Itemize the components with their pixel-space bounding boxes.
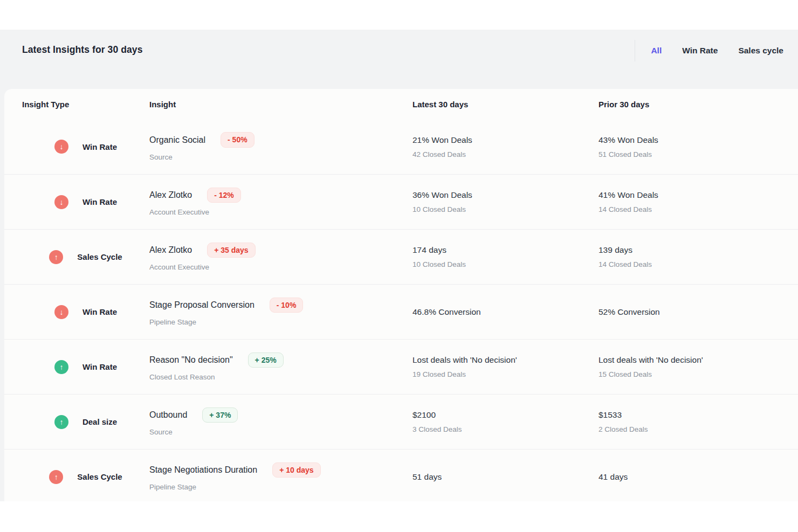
table-header-row: Insight Type Insight Latest 30 days Prio… [4, 89, 798, 119]
arrow-down-icon: ↓ [54, 140, 68, 154]
tab-sales-cycle[interactable]: Sales cycle [738, 46, 783, 56]
arrow-down-icon: ↓ [54, 195, 68, 209]
insight-title: Organic Social [149, 135, 205, 145]
latest-value: 51 days [412, 472, 598, 482]
table-body: ↓ Win Rate Organic Social - 50% Source 2… [4, 119, 798, 501]
insight-title: Reason "No decision" [149, 355, 233, 365]
insight-type-label: Win Rate [82, 362, 117, 371]
prior-subtext: 15 Closed Deals [598, 370, 798, 378]
prior-value: 41 days [598, 472, 798, 482]
table-row[interactable]: ↑ Deal size Outbound + 37% Source $2100 … [4, 394, 798, 449]
arrow-up-icon: ↑ [49, 470, 63, 484]
arrow-down-icon: ↓ [54, 305, 68, 319]
prior-value: 41% Won Deals [598, 190, 798, 200]
prior-value: 43% Won Deals [598, 135, 798, 145]
insight-type-label: Win Rate [82, 307, 117, 316]
tab-win-rate[interactable]: Win Rate [682, 46, 718, 56]
latest-subtext: 42 Closed Deals [412, 150, 598, 158]
tab-all[interactable]: All [651, 46, 662, 56]
prior-subtext: 51 Closed Deals [598, 150, 798, 158]
latest-value: 21% Won Deals [412, 135, 598, 145]
arrow-up-icon: ↑ [54, 415, 68, 429]
column-header-latest-30-days: Latest 30 days [412, 100, 598, 109]
latest-subtext: 19 Closed Deals [412, 370, 598, 378]
table-row[interactable]: ↓ Win Rate Stage Proposal Conversion - 1… [4, 284, 798, 339]
latest-value: 36% Won Deals [412, 190, 598, 200]
table-row[interactable]: ↑ Sales Cycle Alex Zlotko + 35 days Acco… [4, 229, 798, 284]
insight-subtitle: Pipeline Stage [149, 483, 412, 491]
change-badge: + 37% [202, 407, 238, 423]
filter-tabs: All Win Rate Sales cycle [635, 40, 783, 61]
insight-title: Alex Zlotko [149, 190, 192, 200]
change-badge: - 10% [270, 298, 304, 313]
prior-value: 139 days [598, 245, 798, 255]
arrow-up-icon: ↑ [49, 250, 63, 264]
change-badge: + 10 days [272, 462, 320, 478]
prior-value: Lost deals with 'No decision' [598, 355, 798, 365]
latest-value: Lost deals with 'No decision' [412, 355, 598, 365]
prior-subtext: 14 Closed Deals [598, 205, 798, 213]
insight-type-label: Win Rate [82, 197, 117, 206]
latest-subtext: 10 Closed Deals [412, 205, 598, 213]
prior-value: $1533 [598, 410, 798, 420]
prior-value: 52% Conversion [598, 307, 798, 317]
column-header-insight-type: Insight Type [22, 100, 149, 109]
table-row[interactable]: ↑ Win Rate Reason "No decision" + 25% Cl… [4, 339, 798, 394]
prior-subtext: 2 Closed Deals [598, 425, 798, 433]
insight-title: Stage Negotiations Duration [149, 465, 257, 475]
change-badge: - 50% [221, 132, 254, 147]
insight-subtitle: Pipeline Stage [149, 318, 412, 326]
table-row[interactable]: ↓ Win Rate Alex Zlotko - 12% Account Exe… [4, 174, 798, 229]
change-badge: - 12% [207, 188, 241, 203]
latest-value: 174 days [412, 245, 598, 255]
insight-subtitle: Account Executive [149, 263, 412, 271]
insight-type-label: Deal size [82, 417, 117, 426]
insight-type-label: Win Rate [82, 142, 117, 151]
latest-value: $2100 [412, 410, 598, 420]
insight-title: Stage Proposal Conversion [149, 300, 254, 310]
latest-value: 46.8% Conversion [412, 307, 598, 317]
insight-type-label: Sales Cycle [77, 252, 122, 261]
page-title: Latest Insights for 30 days [22, 44, 142, 56]
insight-type-label: Sales Cycle [77, 472, 122, 481]
column-header-prior-30-days: Prior 30 days [598, 100, 798, 109]
insight-title: Alex Zlotko [149, 245, 192, 255]
arrow-up-icon: ↑ [54, 360, 68, 374]
insight-title: Outbound [149, 410, 187, 420]
insight-subtitle: Source [149, 428, 412, 436]
latest-subtext: 10 Closed Deals [412, 260, 598, 268]
insight-subtitle: Closed Lost Reason [149, 373, 412, 381]
prior-subtext: 14 Closed Deals [598, 260, 798, 268]
insights-card: Insight Type Insight Latest 30 days Prio… [4, 89, 798, 501]
insight-subtitle: Account Executive [149, 208, 412, 216]
change-badge: + 25% [248, 353, 284, 368]
insight-subtitle: Source [149, 153, 412, 161]
change-badge: + 35 days [207, 243, 255, 258]
table-row[interactable]: ↑ Sales Cycle Stage Negotiations Duratio… [4, 449, 798, 501]
column-header-insight: Insight [149, 100, 412, 109]
latest-subtext: 3 Closed Deals [412, 425, 598, 433]
table-row[interactable]: ↓ Win Rate Organic Social - 50% Source 2… [4, 119, 798, 174]
